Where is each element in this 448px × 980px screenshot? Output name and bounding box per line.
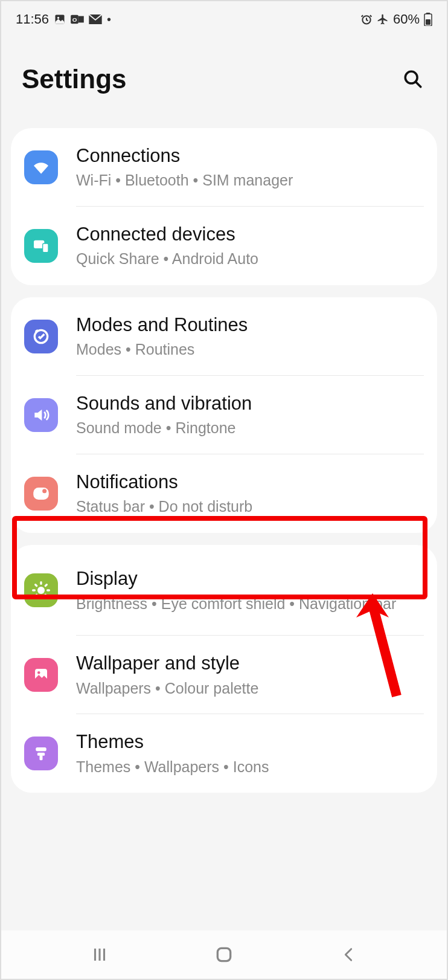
item-subtitle: Wi-Fi • Bluetooth • SIM manager bbox=[76, 170, 425, 191]
item-title: Themes bbox=[76, 730, 425, 754]
outlook-icon: O bbox=[71, 14, 84, 25]
wallpaper-icon bbox=[24, 658, 58, 692]
item-title: Wallpaper and style bbox=[76, 651, 425, 675]
devices-icon bbox=[24, 229, 58, 263]
item-title: Connections bbox=[76, 144, 425, 168]
recent-apps-button[interactable] bbox=[78, 941, 121, 969]
alarm-icon bbox=[360, 13, 373, 25]
dot-icon: • bbox=[107, 13, 111, 27]
page-title: Settings bbox=[22, 64, 127, 94]
svg-rect-9 bbox=[426, 19, 430, 25]
recent-icon bbox=[91, 946, 109, 964]
item-subtitle: Brightness • Eye comfort shield • Naviga… bbox=[76, 594, 425, 614]
search-button[interactable] bbox=[400, 66, 426, 92]
battery-icon bbox=[424, 13, 432, 26]
settings-item-sounds-vibration[interactable]: Sounds and vibration Sound mode • Ringto… bbox=[11, 376, 437, 454]
battery-text: 60% bbox=[393, 11, 420, 27]
status-right: 60% bbox=[360, 11, 432, 27]
settings-group: Display Brightness • Eye comfort shield … bbox=[11, 545, 437, 793]
svg-line-11 bbox=[415, 82, 421, 87]
svg-rect-30 bbox=[40, 755, 43, 761]
svg-rect-37 bbox=[217, 948, 230, 961]
svg-rect-28 bbox=[36, 747, 46, 751]
svg-point-1 bbox=[57, 17, 59, 19]
svg-line-25 bbox=[45, 585, 46, 586]
image-icon bbox=[54, 13, 66, 25]
status-left: 11:56 O • bbox=[16, 11, 111, 27]
header: Settings bbox=[1, 34, 447, 128]
display-icon bbox=[24, 573, 58, 607]
back-icon bbox=[340, 946, 357, 963]
mail-icon bbox=[89, 15, 102, 24]
settings-item-connected-devices[interactable]: Connected devices Quick Share • Android … bbox=[11, 207, 437, 285]
item-subtitle: Themes • Wallpapers • Icons bbox=[76, 757, 425, 778]
settings-item-display[interactable]: Display Brightness • Eye comfort shield … bbox=[11, 545, 437, 636]
search-icon bbox=[403, 69, 423, 89]
home-button[interactable] bbox=[203, 941, 245, 969]
settings-group: Connections Wi-Fi • Bluetooth • SIM mana… bbox=[11, 128, 437, 285]
svg-line-24 bbox=[36, 595, 37, 596]
sound-icon bbox=[24, 398, 58, 432]
item-title: Sounds and vibration bbox=[76, 392, 425, 416]
item-title: Notifications bbox=[76, 470, 425, 494]
settings-item-modes-routines[interactable]: Modes and Routines Modes • Routines bbox=[11, 297, 437, 376]
item-subtitle: Status bar • Do not disturb bbox=[76, 497, 425, 517]
item-title: Connected devices bbox=[76, 222, 425, 247]
svg-rect-4 bbox=[78, 16, 84, 23]
back-button[interactable] bbox=[327, 941, 370, 969]
airplane-icon bbox=[377, 13, 389, 25]
svg-line-23 bbox=[45, 595, 46, 596]
item-title: Display bbox=[76, 567, 425, 591]
svg-text:O: O bbox=[72, 16, 77, 23]
wifi-icon bbox=[24, 150, 58, 184]
item-subtitle: Modes • Routines bbox=[76, 340, 425, 360]
status-bar: 11:56 O • 60% bbox=[1, 1, 447, 34]
status-time: 11:56 bbox=[16, 11, 49, 27]
item-subtitle: Wallpapers • Colour palette bbox=[76, 679, 425, 699]
settings-item-notifications[interactable]: Notifications Status bar • Do not distur… bbox=[11, 454, 437, 533]
notifications-icon bbox=[24, 477, 58, 511]
item-subtitle: Sound mode • Ringtone bbox=[76, 418, 425, 439]
svg-rect-13 bbox=[43, 243, 48, 253]
svg-rect-15 bbox=[33, 488, 49, 500]
settings-item-wallpaper-style[interactable]: Wallpaper and style Wallpapers • Colour … bbox=[11, 636, 437, 714]
settings-item-connections[interactable]: Connections Wi-Fi • Bluetooth • SIM mana… bbox=[11, 128, 437, 207]
settings-group: Modes and Routines Modes • Routines Soun… bbox=[11, 297, 437, 533]
themes-icon bbox=[24, 737, 58, 770]
svg-point-16 bbox=[42, 489, 46, 493]
svg-point-17 bbox=[37, 587, 45, 594]
home-icon bbox=[214, 945, 234, 964]
settings-item-themes[interactable]: Themes Themes • Wallpapers • Icons bbox=[11, 714, 437, 793]
item-subtitle: Quick Share • Android Auto bbox=[76, 249, 425, 269]
routines-icon bbox=[24, 320, 58, 353]
svg-point-27 bbox=[37, 671, 40, 674]
navigation-bar bbox=[1, 930, 447, 979]
svg-line-22 bbox=[36, 585, 37, 586]
item-title: Modes and Routines bbox=[76, 313, 425, 337]
